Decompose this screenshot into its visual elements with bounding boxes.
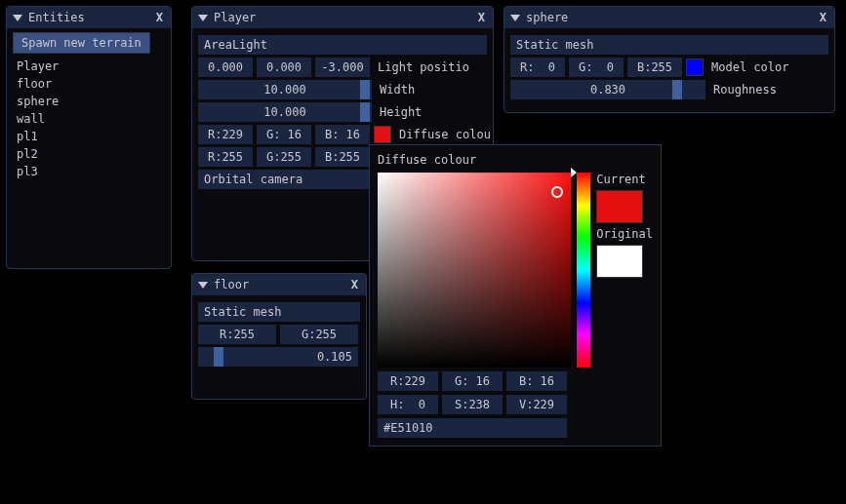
- sphere-panel: sphere X Static mesh Model color 0.830 R…: [504, 6, 835, 113]
- diffuse-label: Diffuse colou: [399, 128, 491, 141]
- collapse-icon: [13, 15, 22, 21]
- close-icon[interactable]: X: [349, 278, 360, 291]
- close-icon[interactable]: X: [154, 11, 165, 24]
- sphere-title: sphere: [526, 11, 568, 24]
- height-value: 10.000: [263, 105, 305, 119]
- height-slider[interactable]: 10.000: [198, 102, 372, 122]
- ambient-g[interactable]: [257, 147, 311, 167]
- light-pos-y[interactable]: [257, 58, 311, 77]
- roughness-value: 0.830: [590, 83, 625, 97]
- light-pos-x[interactable]: [198, 58, 253, 77]
- picker-s[interactable]: [442, 395, 503, 414]
- roughness-label: Roughness: [713, 83, 777, 97]
- current-swatch: [596, 190, 643, 223]
- floor-title: floor: [214, 278, 249, 291]
- picker-g[interactable]: [442, 371, 503, 391]
- collapse-icon: [198, 15, 208, 21]
- sv-marker: [551, 186, 563, 198]
- original-label: Original: [596, 227, 653, 241]
- entities-title: Entities: [28, 11, 85, 24]
- picker-b[interactable]: [506, 371, 567, 391]
- hue-marker: [571, 168, 577, 177]
- width-label: Width: [380, 83, 415, 97]
- entity-item[interactable]: pl1: [13, 128, 165, 145]
- color-picker-popup: Diffuse colour Current Original: [369, 144, 662, 446]
- ambient-b[interactable]: [315, 147, 370, 167]
- close-icon[interactable]: X: [476, 11, 487, 24]
- hue-bar[interactable]: [577, 173, 590, 368]
- floor-static-label: Static mesh: [204, 305, 281, 319]
- color-picker-title: Diffuse colour: [378, 151, 653, 173]
- slider-handle[interactable]: [672, 80, 682, 99]
- entity-item[interactable]: pl2: [13, 145, 165, 163]
- arealight-header[interactable]: AreaLight: [198, 35, 487, 55]
- entities-panel: Entities X Spawn new terrain Playerfloor…: [6, 6, 172, 269]
- collapse-icon: [510, 15, 520, 21]
- entities-titlebar[interactable]: Entities X: [7, 7, 171, 28]
- picker-v[interactable]: [506, 395, 567, 414]
- sphere-color-swatch[interactable]: [686, 58, 704, 76]
- floor-panel: floor X Static mesh 0.105: [191, 273, 367, 400]
- original-swatch[interactable]: [596, 245, 643, 278]
- diffuse-g[interactable]: [257, 125, 311, 144]
- ambient-r[interactable]: [198, 147, 253, 167]
- diffuse-r[interactable]: [198, 125, 253, 144]
- floor-color-r[interactable]: [198, 325, 276, 344]
- floor-color-g[interactable]: [280, 325, 358, 344]
- sphere-static-header[interactable]: Static mesh: [510, 35, 828, 55]
- light-pos-label: Light positio: [378, 60, 469, 74]
- orbital-label: Orbital camera: [204, 173, 302, 186]
- width-value: 10.000: [263, 83, 305, 97]
- entity-item[interactable]: Player: [13, 58, 165, 75]
- sphere-titlebar[interactable]: sphere X: [504, 7, 834, 28]
- roughness-slider[interactable]: 0.830: [510, 80, 705, 99]
- collapse-icon: [198, 282, 208, 289]
- slider-handle[interactable]: [360, 80, 370, 99]
- arealight-label: AreaLight: [204, 38, 267, 52]
- picker-hex[interactable]: [378, 418, 567, 438]
- diffuse-b[interactable]: [315, 125, 370, 144]
- height-label: Height: [380, 105, 422, 119]
- sphere-color-b[interactable]: [627, 58, 682, 77]
- diffuse-swatch[interactable]: [374, 126, 391, 143]
- entity-item[interactable]: floor: [13, 75, 165, 93]
- player-title: Player: [214, 11, 256, 24]
- floor-slider-value: 0.105: [198, 350, 358, 364]
- sphere-color-r[interactable]: [510, 58, 565, 77]
- floor-slider[interactable]: 0.105: [198, 347, 358, 367]
- floor-titlebar[interactable]: floor X: [192, 274, 366, 295]
- current-label: Current: [596, 173, 653, 186]
- light-pos-z[interactable]: [315, 58, 370, 77]
- sphere-color-label: Model color: [711, 60, 788, 74]
- picker-r[interactable]: [378, 371, 438, 391]
- slider-handle[interactable]: [360, 102, 370, 122]
- width-slider[interactable]: 10.000: [198, 80, 372, 99]
- spawn-terrain-button[interactable]: Spawn new terrain: [13, 32, 150, 54]
- picker-h[interactable]: [378, 395, 438, 414]
- entity-item[interactable]: sphere: [13, 93, 165, 110]
- floor-static-header[interactable]: Static mesh: [198, 302, 360, 322]
- sphere-color-g[interactable]: [569, 58, 624, 77]
- entity-item[interactable]: wall: [13, 110, 165, 128]
- close-icon[interactable]: X: [818, 11, 828, 24]
- player-titlebar[interactable]: Player X: [192, 7, 493, 28]
- sv-area[interactable]: [378, 173, 571, 368]
- entity-item[interactable]: pl3: [13, 163, 165, 180]
- sphere-static-label: Static mesh: [516, 38, 593, 52]
